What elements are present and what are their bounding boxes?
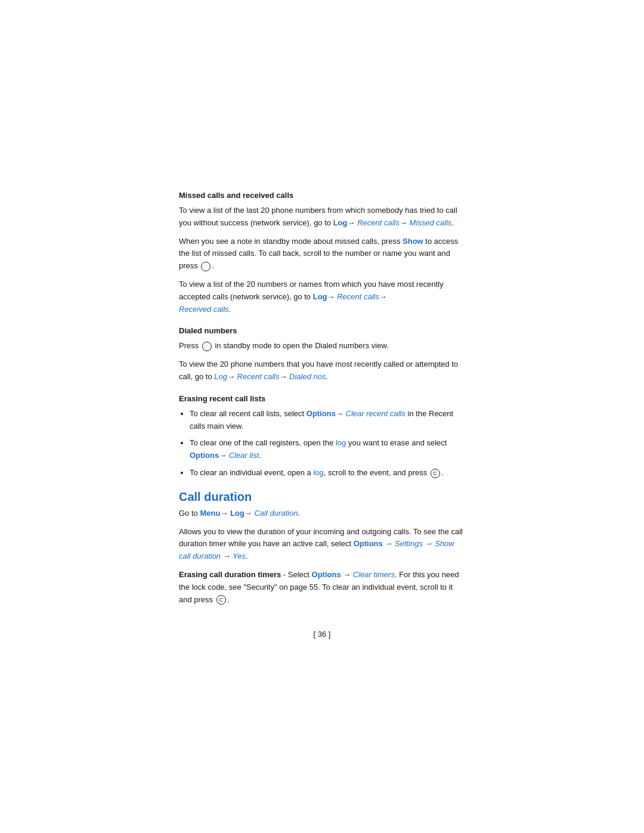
log-link-plain-2: log [313,468,323,477]
section-missed-received: Missed calls and received calls To view … [179,191,465,315]
options-text-4: Options [312,570,341,579]
erasing-timers-label: Erasing call duration timers [179,570,281,579]
log-link-2: Log [313,292,327,301]
recent-calls-link-2: Recent calls [337,292,379,301]
clear-list-link: Clear list [229,451,259,460]
paragraph-dialed-1: Press in standby mode to open the Dialed… [179,340,465,352]
heading-missed-received: Missed calls and received calls [179,191,465,200]
heading-erasing-recent: Erasing recent call lists [179,394,465,403]
bullet-list-erasing: To clear all recent call lists, select O… [190,408,465,479]
received-calls-link: Received calls [179,305,229,314]
log-link-3: Log [230,509,244,518]
dialed-nos-link: Dialed nos [289,372,326,381]
missed-calls-link: Missed calls [410,218,452,227]
section-call-duration: Call duration Go to Menu→ Log→ Call dura… [179,490,465,606]
heading-call-duration: Call duration [179,490,465,504]
log-link-1: Log [333,218,348,227]
clear-timers-link: Clear timers [353,570,395,579]
log-link-plain-1: log [336,438,346,447]
page-number: [ 36 ] [179,630,465,639]
page-container: Missed calls and received calls To view … [0,0,644,833]
bullet-item-2: To clear one of the call registers, open… [190,437,465,462]
options-text-1: Options [306,409,336,418]
menu-link: Menu [200,509,220,518]
recent-calls-link-1: Recent calls [357,218,400,227]
content-area: Missed calls and received calls To view … [179,0,465,698]
options-text-3: Options [354,539,383,548]
paragraph-missed-calls-1: To view a list of the last 20 phone numb… [179,205,465,230]
paragraph-dialed-2: To view the 20 phone numbers that you ha… [179,358,465,383]
call-duration-link: Call duration [254,509,298,518]
c-icon-1: C [431,469,440,478]
bullet-item-3: To clear an individual event, open a log… [190,467,465,479]
recent-calls-link-3: Recent calls [237,372,280,381]
call-icon-1 [201,262,210,271]
bullet-item-1: To clear all recent call lists, select O… [190,408,465,433]
call-icon-2 [202,342,212,351]
options-text-2: Options [190,451,219,460]
section-dialed-numbers: Dialed numbers Press in standby mode to … [179,326,465,383]
paragraph-erasing-timers: Erasing call duration timers - Select Op… [179,569,465,606]
paragraph-received-calls: To view a list of the 20 numbers or name… [179,278,465,315]
show-text: Show [402,237,423,246]
paragraph-call-duration-desc: Allows you to view the duration of your … [179,526,465,563]
clear-recent-calls-link: Clear recent calls [346,409,405,418]
paragraph-call-duration-menu: Go to Menu→ Log→ Call duration. [179,507,465,520]
paragraph-missed-calls-2: When you see a note in standby mode abou… [179,236,465,272]
log-italic-link: Log [214,372,227,381]
yes-link: Yes [233,552,246,561]
heading-dialed-numbers: Dialed numbers [179,326,465,335]
c-icon-2: C [216,595,226,605]
section-erasing-recent: Erasing recent call lists To clear all r… [179,394,465,479]
settings-link: Settings [395,539,423,548]
